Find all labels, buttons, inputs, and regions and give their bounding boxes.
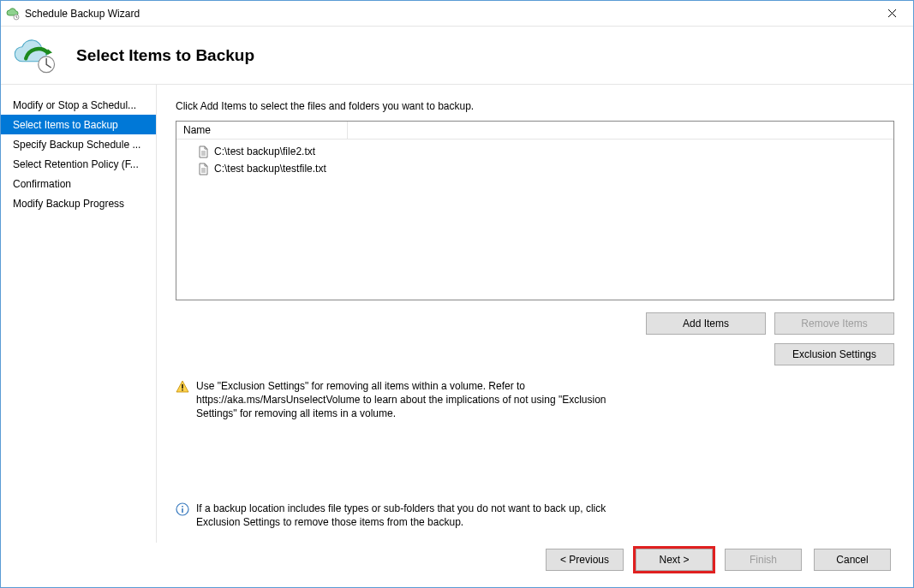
wizard-nav: Modify or Stop a Schedul... Select Items… [1, 85, 157, 543]
wizard-footer: < Previous Next > Finish Cancel [1, 543, 913, 587]
item-path: C:\test backup\testfile.txt [214, 163, 326, 175]
warning-icon [176, 380, 189, 394]
list-header: Name [176, 122, 893, 140]
item-buttons-row: Add Items Remove Items [176, 312, 894, 335]
info-icon [176, 502, 189, 516]
list-item[interactable]: C:\test backup\file2.txt [176, 143, 893, 160]
window-title: Schedule Backup Wizard [25, 8, 873, 20]
list-item[interactable]: C:\test backup\testfile.txt [176, 160, 893, 177]
cancel-button[interactable]: Cancel [814, 549, 891, 571]
remove-items-button: Remove Items [774, 312, 894, 335]
svg-rect-6 [182, 506, 183, 508]
info-text: If a backup location includes file types… [196, 502, 630, 529]
app-icon [6, 7, 20, 21]
close-button[interactable] [873, 2, 911, 26]
nav-step-modify-or-stop[interactable]: Modify or Stop a Schedul... [1, 95, 156, 115]
instruction-text: Click Add Items to select the files and … [176, 100, 894, 112]
add-items-button[interactable]: Add Items [646, 312, 766, 335]
exclusion-settings-button[interactable]: Exclusion Settings [774, 343, 894, 365]
svg-rect-5 [182, 508, 183, 513]
finish-button: Finish [725, 549, 802, 571]
wizard-body: Modify or Stop a Schedul... Select Items… [1, 85, 913, 543]
wizard-header: Select Items to Backup [1, 27, 913, 85]
nav-step-retention-policy[interactable]: Select Retention Policy (F... [1, 154, 156, 174]
column-name[interactable]: Name [176, 122, 348, 139]
close-icon [887, 8, 897, 20]
svg-rect-2 [182, 384, 182, 389]
svg-rect-3 [182, 389, 182, 390]
info-message: If a backup location includes file types… [176, 502, 630, 529]
warning-text: Use "Exclusion Settings" for removing al… [196, 379, 630, 421]
nav-step-confirmation[interactable]: Confirmation [1, 174, 156, 193]
main-panel: Click Add Items to select the files and … [157, 85, 913, 543]
backup-cloud-icon [11, 35, 63, 76]
file-icon [197, 163, 209, 175]
nav-step-modify-progress[interactable]: Modify Backup Progress [1, 193, 156, 213]
wizard-window: Schedule Backup Wizard Select Items to B… [0, 0, 914, 588]
page-title: Select Items to Backup [76, 46, 254, 65]
file-icon [197, 146, 209, 157]
titlebar: Schedule Backup Wizard [1, 1, 913, 27]
item-path: C:\test backup\file2.txt [214, 146, 315, 157]
exclusion-row: Exclusion Settings [176, 343, 894, 365]
warning-message: Use "Exclusion Settings" for removing al… [176, 379, 630, 421]
list-body: C:\test backup\file2.txt C:\test backup\… [176, 140, 893, 181]
items-listbox[interactable]: Name C:\test backup\file2.txt C:\test ba… [176, 121, 894, 300]
nav-step-select-items[interactable]: Select Items to Backup [1, 115, 156, 134]
next-button[interactable]: Next > [636, 549, 713, 571]
previous-button[interactable]: < Previous [546, 549, 624, 571]
nav-step-specify-schedule[interactable]: Specify Backup Schedule ... [1, 134, 156, 154]
